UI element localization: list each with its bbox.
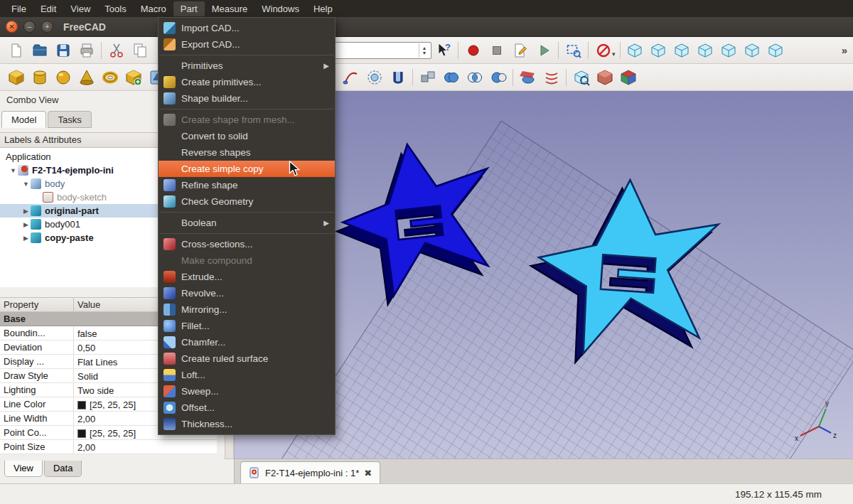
menu-item-extrude[interactable]: Extrude...: [159, 269, 335, 285]
part-cone-button[interactable]: [75, 66, 98, 89]
view-top-button[interactable]: [694, 39, 717, 62]
macro-record-button[interactable]: [461, 39, 485, 62]
expand-arrow-icon[interactable]: ▼: [21, 181, 31, 188]
collapse-arrow-icon[interactable]: ▶: [21, 235, 31, 242]
menu-item-ruled-surface[interactable]: Create ruled surface: [159, 350, 335, 367]
boolean-compound-button[interactable]: [416, 66, 439, 89]
menu-item-reverse-shapes[interactable]: Reverse shapes: [159, 144, 335, 161]
menu-item-import-cad[interactable]: Import CAD...: [159, 20, 335, 36]
property-value[interactable]: 2,00: [74, 440, 217, 454]
cut-button[interactable]: [104, 39, 128, 62]
menu-item-create-simple-copy[interactable]: Create simple copy: [159, 161, 335, 177]
menu-item-cross-sections[interactable]: Cross-sections...: [159, 236, 335, 252]
value-column-header[interactable]: Value: [74, 298, 100, 311]
toolbar-overflow-button[interactable]: »: [842, 44, 849, 56]
create-primitives-button[interactable]: [122, 66, 145, 89]
collapse-arrow-icon[interactable]: ▶: [21, 221, 31, 228]
window-maximize-button[interactable]: +: [41, 21, 53, 33]
menu-macro[interactable]: Macro: [134, 1, 173, 16]
menu-item-loft[interactable]: Loft...: [159, 367, 335, 383]
macro-execute-button[interactable]: [532, 39, 555, 62]
save-document-button[interactable]: [51, 39, 75, 62]
color-per-face-icon: [620, 69, 637, 86]
menu-tools[interactable]: Tools: [97, 1, 133, 16]
whats-this-button[interactable]: ?: [431, 39, 455, 62]
document-tab[interactable]: F2-T14-ejemplo-ini : 1* ✖: [240, 461, 380, 483]
box-element-selection-button[interactable]: [562, 39, 585, 62]
boolean-common-button[interactable]: [463, 66, 486, 89]
tab-model[interactable]: Model: [1, 111, 46, 128]
menu-part[interactable]: Part: [173, 1, 205, 16]
print-button[interactable]: [75, 39, 98, 62]
view-bottom-icon: [767, 42, 784, 59]
view-bottom-button[interactable]: [764, 39, 788, 62]
property-column-header[interactable]: Property: [0, 298, 74, 311]
menu-item-convert-to-solid[interactable]: Convert to solid: [159, 128, 335, 144]
view-rear-button[interactable]: [741, 39, 764, 62]
copy-button[interactable]: [128, 39, 151, 62]
window-close-button[interactable]: ✕: [6, 21, 18, 33]
menu-item-create-primitives[interactable]: Create primitives...: [159, 74, 335, 90]
menu-windows[interactable]: Windows: [254, 1, 306, 16]
menu-edit[interactable]: Edit: [33, 1, 63, 16]
expand-arrow-icon[interactable]: ▼: [9, 167, 18, 174]
defeaturing-button[interactable]: [593, 66, 616, 89]
section-button[interactable]: [516, 66, 540, 89]
view-fit-all-icon: [626, 42, 643, 59]
menu-separator: [159, 109, 334, 109]
boolean-union-button[interactable]: [439, 66, 463, 89]
box-icon: [8, 69, 25, 86]
menu-item-label: Create simple copy: [181, 163, 329, 174]
menu-item-shape-builder[interactable]: Shape builder...: [159, 90, 335, 107]
view-fit-all-button[interactable]: [623, 39, 647, 62]
color-per-face-button[interactable]: [616, 66, 640, 89]
menu-item-boolean[interactable]: Boolean ▶: [159, 215, 335, 231]
document-tab-close-icon[interactable]: ✖: [364, 468, 372, 478]
sweep-button[interactable]: [339, 66, 363, 89]
check-geometry-button[interactable]: [569, 66, 593, 89]
workbench-selector-spinner[interactable]: ▲▼: [419, 43, 429, 58]
tab-data[interactable]: Data: [44, 461, 82, 477]
part-sphere-button[interactable]: [51, 66, 75, 89]
menu-item-export-cad[interactable]: Export CAD...: [159, 36, 335, 53]
window-minimize-button[interactable]: –: [23, 21, 36, 33]
view-right-button[interactable]: [717, 39, 741, 62]
clipping-dropdown-arrow[interactable]: ▾: [612, 50, 616, 58]
menu-item-thickness[interactable]: Thickness...: [159, 416, 335, 432]
offset-button[interactable]: [363, 66, 386, 89]
menu-item-check-geometry[interactable]: Check Geometry: [159, 193, 335, 210]
thickness-icon: [390, 69, 407, 86]
menu-item-sweep[interactable]: Sweep...: [159, 383, 335, 400]
menu-item-fillet[interactable]: Fillet...: [159, 318, 335, 334]
part-box-button[interactable]: [4, 66, 28, 89]
tab-tasks[interactable]: Tasks: [48, 111, 91, 128]
menu-item-chamfer[interactable]: Chamfer...: [159, 334, 335, 350]
part-cylinder-button[interactable]: [28, 66, 51, 89]
view-isometric-button[interactable]: [647, 39, 670, 62]
view-front-button[interactable]: [670, 39, 694, 62]
new-document-button[interactable]: [4, 39, 28, 62]
macro-edit-button[interactable]: [508, 39, 532, 62]
part-torus-button[interactable]: [98, 66, 122, 89]
menu-item-mirroring[interactable]: Mirroring...: [159, 301, 335, 318]
macro-stop-button[interactable]: [485, 39, 508, 62]
menu-item-refine-shape[interactable]: Refine shape: [159, 177, 335, 193]
menu-help[interactable]: Help: [306, 1, 340, 16]
document-tab-label: F2-T14-ejemplo-ini : 1*: [265, 468, 359, 478]
property-row-point-size[interactable]: Point Size 2,00: [0, 440, 217, 454]
menu-measure[interactable]: Measure: [205, 1, 255, 16]
compound-icon: [419, 69, 436, 86]
collapse-arrow-icon[interactable]: ▶: [21, 208, 31, 215]
menu-file[interactable]: File: [4, 1, 33, 16]
menu-item-revolve[interactable]: Revolve...: [159, 285, 335, 301]
boolean-cut-button[interactable]: [486, 66, 510, 89]
thickness-button[interactable]: [386, 66, 409, 89]
menu-view[interactable]: View: [63, 1, 97, 16]
menu-item-label: Fillet...: [181, 321, 329, 331]
menu-item-offset[interactable]: Offset...: [159, 400, 335, 416]
tab-view[interactable]: View: [4, 461, 43, 477]
cross-sections-button[interactable]: [540, 66, 563, 89]
open-document-button[interactable]: [28, 39, 51, 62]
menu-item-primitives[interactable]: Primitives ▶: [159, 58, 335, 74]
box-selection-icon: [565, 42, 582, 59]
